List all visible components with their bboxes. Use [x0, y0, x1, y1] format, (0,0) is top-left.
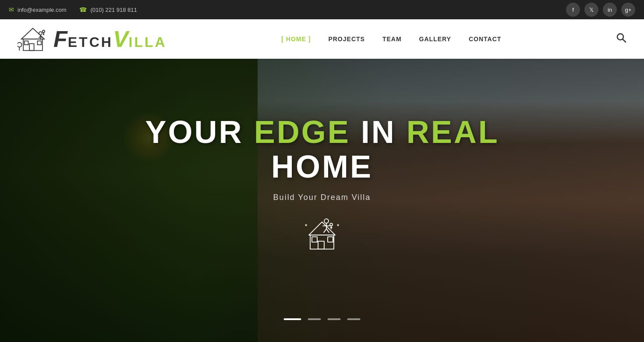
svg-point-7: [39, 32, 42, 35]
svg-rect-4: [38, 41, 42, 45]
hero-content: YOUR EDGE IN REAL HOME Build Your Dream …: [125, 115, 519, 270]
svg-point-27: [330, 223, 333, 226]
linkedin-button[interactable]: in: [603, 3, 617, 17]
logo-f: F: [53, 26, 68, 52]
twitter-button[interactable]: 𝕏: [584, 3, 598, 17]
svg-text:★: ★: [304, 223, 308, 227]
svg-rect-18: [318, 241, 324, 249]
hero-title-home: HOME: [271, 149, 373, 184]
hero-title-real: REAL: [407, 114, 499, 150]
email-contact: ✉ info@example.com: [9, 6, 66, 13]
logo-v: V: [113, 26, 129, 52]
svg-point-21: [324, 219, 329, 223]
slider-dot-1[interactable]: [284, 318, 301, 320]
hero-house-icon: ★ ★: [125, 217, 519, 253]
header: FETCHVILLA HOME PROJECTS TEAM GALLERY CO…: [0, 19, 644, 59]
slider-dot-3[interactable]: [328, 318, 341, 320]
nav-projects[interactable]: PROJECTS: [328, 33, 364, 45]
svg-text:★: ★: [336, 223, 340, 227]
svg-rect-2: [29, 44, 34, 51]
phone-icon: ☎: [79, 6, 87, 13]
email-text: info@example.com: [18, 7, 66, 13]
logo-text: FETCHVILLA: [53, 28, 167, 50]
svg-rect-20: [328, 237, 333, 242]
hero-icon-svg: ★ ★: [302, 217, 342, 253]
nav-team[interactable]: TEAM: [382, 33, 402, 45]
logo[interactable]: FETCHVILLA: [18, 24, 167, 54]
slider-dots: [284, 318, 361, 320]
facebook-button[interactable]: f: [566, 3, 580, 17]
phone-text: (010) 221 918 811: [90, 7, 137, 13]
hero-subtitle: Build Your Dream Villa: [125, 193, 519, 202]
email-icon: ✉: [9, 6, 14, 13]
logo-illa: ILLA: [129, 34, 167, 50]
hero-title-in: IN: [350, 114, 407, 150]
hero-section: YOUR EDGE IN REAL HOME Build Your Dream …: [0, 59, 644, 342]
hero-title: YOUR EDGE IN REAL HOME: [125, 115, 519, 184]
logo-house-icon: [18, 24, 48, 54]
hero-title-your: YOUR: [145, 114, 254, 150]
svg-rect-3: [25, 41, 28, 45]
slider-dot-2[interactable]: [308, 318, 321, 320]
nav-contact[interactable]: CONTACT: [469, 33, 501, 45]
svg-point-5: [18, 43, 22, 47]
googleplus-button[interactable]: g+: [621, 3, 635, 17]
nav-home[interactable]: HOME: [281, 33, 311, 45]
nav-gallery[interactable]: GALLERY: [419, 33, 451, 45]
hero-title-edge: EDGE: [254, 114, 350, 150]
svg-line-25: [324, 229, 326, 232]
main-nav: HOME PROJECTS TEAM GALLERY CONTACT: [281, 33, 501, 45]
top-bar-left: ✉ info@example.com ☎ (010) 221 918 811: [9, 6, 137, 13]
social-links: f 𝕏 in g+: [566, 3, 635, 17]
svg-point-11: [42, 30, 45, 32]
top-bar: ✉ info@example.com ☎ (010) 221 918 811 f…: [0, 0, 644, 19]
logo-etch: ETCH: [68, 34, 113, 50]
svg-line-15: [623, 39, 626, 43]
svg-rect-19: [312, 237, 317, 242]
slider-dot-4[interactable]: [347, 318, 361, 320]
phone-contact: ☎ (010) 221 918 811: [79, 6, 137, 13]
search-button[interactable]: [616, 32, 626, 46]
svg-line-26: [326, 229, 329, 232]
